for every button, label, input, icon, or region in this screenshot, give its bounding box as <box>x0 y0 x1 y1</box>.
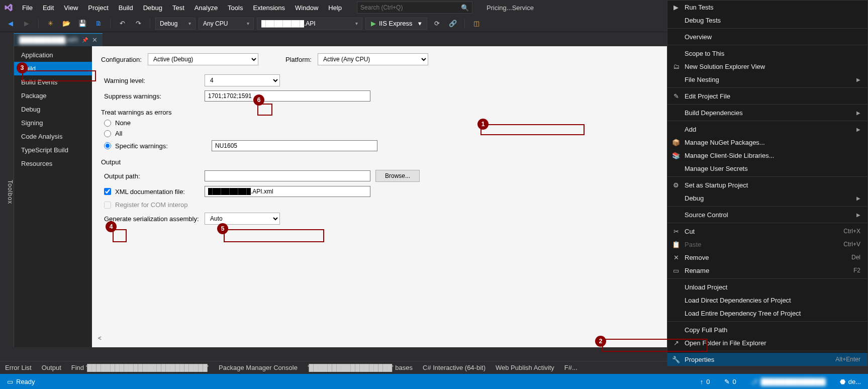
save-all-icon[interactable]: 🗎 <box>92 17 105 30</box>
quick-search[interactable]: 🔍 <box>357 2 472 14</box>
menu-edit[interactable]: Edit <box>38 1 59 15</box>
propnav-typescript-build[interactable]: TypeScript Build <box>14 143 92 157</box>
ctx-edit-project[interactable]: ✎Edit Project File <box>667 89 867 103</box>
quick-search-input[interactable] <box>360 4 461 11</box>
bottom-tab[interactable]: Package Manager Console <box>214 362 303 373</box>
treat-none-radio[interactable] <box>104 120 111 127</box>
warning-level-select[interactable]: 4 <box>205 74 280 86</box>
propnav-signing[interactable]: Signing <box>14 116 92 130</box>
open-icon[interactable]: 📂 <box>60 17 73 30</box>
menu-test[interactable]: Test <box>167 1 189 15</box>
config-combo[interactable]: Debug▾ <box>155 18 196 30</box>
library-icon: 📚 <box>671 152 681 159</box>
bottom-tab[interactable]: Web Publish Activity <box>491 362 559 373</box>
bottom-tab[interactable]: F#... <box>559 362 583 373</box>
bottom-tab[interactable]: '██████████████████' bases <box>303 362 418 373</box>
treat-all-radio[interactable] <box>104 130 111 137</box>
propnav-package[interactable]: Package <box>14 89 92 103</box>
menu-tools[interactable]: Tools <box>223 1 248 15</box>
ctx-source-control[interactable]: Source Control▶ <box>667 208 867 221</box>
ctx-cut[interactable]: ✂CutCtrl+X <box>667 225 867 238</box>
platform-select[interactable]: Active (Any CPU) <box>318 53 428 65</box>
status-publish[interactable]: ↑0 <box>693 378 717 385</box>
ctx-unload[interactable]: Unload Project <box>667 280 867 294</box>
menu-view[interactable]: View <box>59 1 83 15</box>
propnav-resources[interactable]: Resources <box>14 157 92 170</box>
warning-level-label: Warning level: <box>104 77 205 84</box>
menu-build[interactable]: Build <box>114 1 138 15</box>
ctx-debug-tests[interactable]: Debug Tests <box>667 14 867 27</box>
propnav-application[interactable]: Application <box>14 48 92 62</box>
ctx-scope[interactable]: Scope to This <box>667 47 867 60</box>
output-path-input[interactable] <box>205 170 370 181</box>
startup-project-combo[interactable]: ██████████.API▾ <box>257 18 362 30</box>
platform-combo[interactable]: Any CPU▾ <box>199 18 254 30</box>
status-changes[interactable]: ✎0 <box>717 378 743 385</box>
close-icon[interactable]: ✕ <box>92 36 98 44</box>
menu-window[interactable]: Window <box>290 1 323 15</box>
solution-selector[interactable]: Pricing...Service <box>487 4 534 12</box>
menu-debug[interactable]: Debug <box>138 1 167 15</box>
status-branch[interactable]: ⎇██████████████ <box>743 378 833 385</box>
status-repo[interactable]: ⬣de... <box>833 378 868 385</box>
page-hscrollbar[interactable]: <> <box>98 334 731 342</box>
ctx-remove[interactable]: ✕RemoveDel <box>667 251 867 264</box>
gen-serialization-select[interactable]: Auto <box>205 213 280 225</box>
bottom-tab[interactable]: Output <box>37 362 66 373</box>
save-icon[interactable]: 💾 <box>76 17 89 30</box>
treat-specific-radio[interactable] <box>104 142 111 149</box>
ctx-user-secrets[interactable]: Manage User Secrets <box>667 162 867 175</box>
start-debug-button[interactable]: ▶IIS Express▾ <box>365 18 427 30</box>
ctx-file-nesting[interactable]: File Nesting▶ <box>667 73 867 86</box>
bottom-tab[interactable]: Find '██████████████████████████' <box>66 362 214 373</box>
refresh-icon[interactable]: ⟳ <box>430 17 443 30</box>
toolbox-panel-tab[interactable]: Toolbox <box>0 32 14 347</box>
play-icon: ▶ <box>671 4 681 11</box>
bottom-tab[interactable]: Error List <box>0 362 37 373</box>
wrench-icon: 🔧 <box>671 356 681 363</box>
bottom-tab[interactable]: C# Interactive (64-bit) <box>418 362 491 373</box>
xml-doc-input[interactable] <box>205 186 370 197</box>
ctx-client-libs[interactable]: 📚Manage Client-Side Libraries... <box>667 149 867 162</box>
ctx-new-view[interactable]: 🗂New Solution Explorer View <box>667 60 867 73</box>
undo-icon[interactable]: ↶ <box>116 17 129 30</box>
suppress-warnings-input[interactable] <box>205 90 370 102</box>
menu-extensions[interactable]: Extensions <box>248 1 290 15</box>
configuration-label: Configuration: <box>101 56 142 63</box>
ctx-open-folder[interactable]: ↗Open Folder in File Explorer <box>667 336 867 349</box>
new-project-icon[interactable]: ✳ <box>44 17 57 30</box>
ctx-load-tree[interactable]: Load Entire Dependency Tree of Project <box>667 307 867 320</box>
extension-icon[interactable]: ◫ <box>470 17 483 30</box>
ctx-load-direct[interactable]: Load Direct Dependencies of Project <box>667 294 867 307</box>
back-icon[interactable]: ◀ <box>4 17 17 30</box>
ctx-properties[interactable]: 🔧PropertiesAlt+Enter <box>667 353 867 366</box>
specific-warnings-input[interactable] <box>212 140 377 151</box>
propnav-code-analysis[interactable]: Code Analysis <box>14 130 92 143</box>
redo-icon[interactable]: ↷ <box>132 17 145 30</box>
project-properties-tab[interactable]: ██████████.API 📌 ✕ <box>14 33 103 46</box>
propnav-debug[interactable]: Debug <box>14 103 92 116</box>
menu-file[interactable]: File <box>17 1 38 15</box>
ctx-rename[interactable]: ▭RenameF2 <box>667 264 867 277</box>
ctx-startup[interactable]: ⚙Set as Startup Project <box>667 178 867 191</box>
browse-button[interactable]: Browse... <box>375 170 420 182</box>
propnav-build-events[interactable]: Build Events <box>14 75 92 89</box>
browser-link-icon[interactable]: 🔗 <box>446 17 459 30</box>
xml-doc-label: XML documentation file: <box>115 188 205 196</box>
menu-project[interactable]: Project <box>83 1 113 15</box>
folder-open-icon: ↗ <box>671 339 681 347</box>
ctx-add[interactable]: Add▶ <box>667 123 867 136</box>
ctx-debug[interactable]: Debug▶ <box>667 191 867 205</box>
property-page-nav: ApplicationBuildBuild EventsPackageDebug… <box>14 46 92 347</box>
search-icon: 🔍 <box>461 4 469 12</box>
pin-icon[interactable]: 📌 <box>82 37 88 43</box>
menu-analyze[interactable]: Analyze <box>189 1 223 15</box>
ctx-overview[interactable]: Overview <box>667 30 867 43</box>
xml-doc-checkbox[interactable] <box>104 188 111 195</box>
ctx-build-deps[interactable]: Build Dependencies▶ <box>667 106 867 119</box>
configuration-select[interactable]: Active (Debug) <box>148 53 258 65</box>
ctx-nuget[interactable]: 📦Manage NuGet Packages... <box>667 136 867 149</box>
menu-help[interactable]: Help <box>323 1 347 15</box>
ctx-copy-path[interactable]: Copy Full Path <box>667 323 867 336</box>
ctx-run-tests[interactable]: ▶Run Tests <box>667 1 867 14</box>
